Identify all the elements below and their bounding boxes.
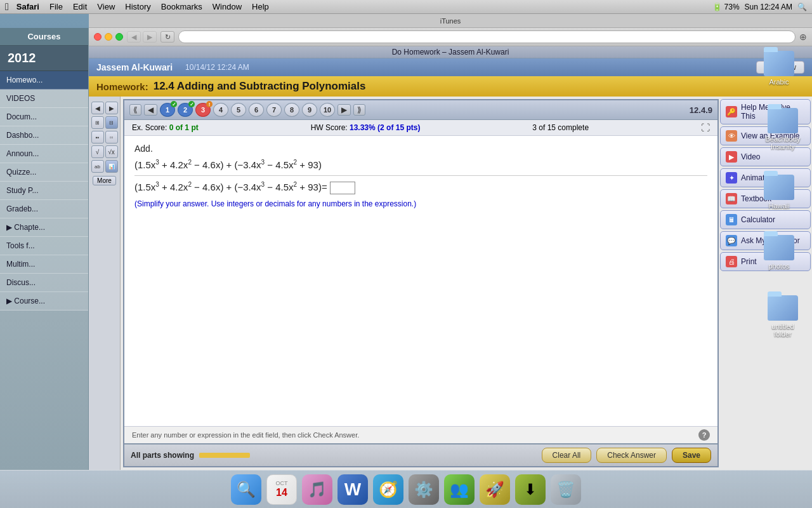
folder-arabic-icon: [764, 51, 794, 76]
toolbar-grid-btn[interactable]: ⊞: [91, 116, 104, 129]
nav-num-7[interactable]: 7: [266, 103, 282, 117]
dock-word[interactable]: W: [337, 474, 368, 505]
dock-itunes[interactable]: 🎵: [302, 474, 332, 505]
toolbar-block-btn[interactable]: ▪▪: [91, 131, 104, 144]
dock-safari[interactable]: 🧭: [373, 474, 403, 505]
toolbar-chart-btn[interactable]: 📊: [105, 160, 118, 173]
nav-last[interactable]: ⟫: [353, 104, 365, 116]
itunes-title: iTunes: [440, 17, 461, 25]
math-expression-2: (1.5x3 + 4.2x2 − 4.6x) + (−3.4x3 − 4.5x2…: [134, 181, 707, 194]
folder-photos[interactable]: photos: [759, 235, 799, 270]
sidebar-item-multimedia[interactable]: Multim...: [0, 255, 88, 274]
dock-utorrent[interactable]: ⬇: [515, 474, 546, 505]
courses-button[interactable]: Courses: [0, 28, 88, 46]
ask-icon: 💬: [726, 235, 737, 246]
nav-first[interactable]: ⟪: [129, 104, 141, 116]
calculator-button[interactable]: 🖩 Calculator: [720, 210, 811, 229]
nav-prev[interactable]: ◀: [144, 104, 157, 116]
video-icon: ▶: [726, 151, 737, 163]
menu-edit[interactable]: Edit: [73, 2, 87, 11]
folder-hawaii-icon: [764, 175, 794, 200]
folder-hawaii[interactable]: Hawaii: [759, 175, 799, 210]
nav-num-2[interactable]: 2 ✓: [178, 103, 193, 117]
save-button[interactable]: Save: [672, 448, 711, 463]
menu-help[interactable]: Help: [252, 2, 269, 11]
sidebar-item-homework[interactable]: Homewo...: [0, 71, 88, 90]
nav-num-1[interactable]: 1 ✓: [160, 103, 175, 117]
dock: 🔍 OCT 14 🎵 W 🧭 ⚙️ 👥 🚀 ⬇ 🗑️: [0, 470, 812, 508]
menu-history[interactable]: History: [125, 2, 150, 11]
sidebar-item-announcements[interactable]: Announ...: [0, 145, 88, 163]
folder-beachbody-label: Beachbody Insanity: [763, 135, 803, 150]
menu-view[interactable]: View: [97, 2, 115, 11]
folder-arabic[interactable]: Arabic: [759, 51, 799, 86]
nav-num-8[interactable]: 8: [284, 103, 299, 117]
menu-window[interactable]: Window: [213, 2, 242, 11]
back-button[interactable]: ◀: [127, 31, 141, 43]
nav-num-5[interactable]: 5: [231, 103, 246, 117]
toolbar-block2-btn[interactable]: ▫▫: [105, 131, 118, 144]
folder-beachbody[interactable]: Beachbody Insanity: [763, 108, 803, 150]
nav-num-10[interactable]: 10: [320, 103, 335, 117]
sidebar-item-tools[interactable]: Tools f...: [0, 237, 88, 255]
battery-status: 🔋 73%: [712, 3, 739, 11]
menu-items: Safari File Edit View History Bookmarks …: [16, 2, 269, 11]
menu-file[interactable]: File: [49, 2, 63, 11]
animation-icon: ✦: [726, 172, 737, 184]
toolbar-sqrt-btn[interactable]: √: [91, 145, 104, 158]
forward-button[interactable]: ▶: [143, 31, 157, 43]
toolbar-left-btn[interactable]: ◀: [91, 102, 104, 114]
dock-trash[interactable]: 🗑️: [551, 474, 581, 505]
dock-friends[interactable]: 👥: [444, 474, 475, 505]
homework-panel: ⟪ ◀ 1 ✓ 2 ✓ 3 ! 4 5 6 7 8 9: [123, 99, 719, 467]
clear-all-button[interactable]: Clear All: [542, 448, 592, 463]
browser-window: ◀ ▶ ↻ ⊕ Do Homework – Jassem Al-Kuwari J…: [89, 28, 812, 470]
menu-bookmarks[interactable]: Bookmarks: [161, 2, 202, 11]
ex-score: Ex. Score: 0 of 1 pt: [132, 123, 199, 132]
expand-icon[interactable]: ⛶: [701, 123, 710, 133]
nav-num-9[interactable]: 9: [302, 103, 317, 117]
dock-launchpad[interactable]: 🚀: [480, 474, 510, 505]
browser-title: Do Homework – Jassem Al-Kuwari: [89, 46, 812, 58]
dock-calendar[interactable]: OCT 14: [266, 474, 297, 505]
toolbar-sqrt2-btn[interactable]: √x: [105, 145, 118, 158]
search-icon[interactable]: 🔍: [797, 3, 807, 11]
sidebar: Courses 2012 Homewo... VIDEOS Docum... D…: [0, 28, 89, 470]
toolbar-grid2-btn[interactable]: ⊟: [105, 116, 118, 129]
bookmark-icon[interactable]: ⊕: [799, 32, 807, 42]
sidebar-item-courses[interactable]: ▶ Course...: [0, 292, 88, 311]
url-bar[interactable]: [178, 30, 796, 43]
calculator-icon: 🖩: [726, 214, 737, 225]
nav-next[interactable]: ▶: [337, 104, 351, 116]
year-display: 2012: [0, 46, 88, 71]
dock-system-preferences[interactable]: ⚙️: [409, 474, 439, 505]
close-button[interactable]: [94, 33, 102, 41]
reload-button[interactable]: ↻: [160, 31, 174, 43]
dock-finder[interactable]: 🔍: [231, 474, 261, 505]
toolbar-text-btn[interactable]: ab: [91, 160, 104, 173]
more-button[interactable]: More: [93, 176, 116, 185]
maximize-button[interactable]: [115, 33, 123, 41]
book-icon: 📖: [726, 193, 737, 204]
answer-input[interactable]: [330, 182, 355, 194]
sidebar-item-discussions[interactable]: Discus...: [0, 274, 88, 292]
sidebar-item-chapter[interactable]: ▶ Chapte...: [0, 218, 88, 237]
check-answer-button[interactable]: Check Answer: [596, 448, 667, 463]
folder-untitled[interactable]: untitled folder: [763, 295, 803, 338]
sidebar-item-documents[interactable]: Docum...: [0, 108, 88, 126]
apple-menu[interactable]: : [5, 1, 9, 13]
help-circle[interactable]: ?: [698, 429, 710, 441]
toolbar-right-btn[interactable]: ▶: [105, 102, 118, 114]
folder-untitled-icon: [768, 295, 798, 321]
sidebar-item-gradebook[interactable]: Gradeb...: [0, 200, 88, 218]
nav-num-6[interactable]: 6: [249, 103, 264, 117]
sidebar-item-videos[interactable]: VIDEOS: [0, 90, 88, 108]
menu-safari[interactable]: Safari: [16, 2, 39, 11]
sidebar-item-quizzes[interactable]: Quizze...: [0, 163, 88, 182]
nav-num-4[interactable]: 4: [213, 103, 228, 117]
sidebar-item-study[interactable]: Study P...: [0, 182, 88, 200]
minimize-button[interactable]: [105, 33, 112, 41]
nav-num-3[interactable]: 3 !: [195, 103, 211, 117]
sidebar-item-dashboard[interactable]: Dashbo...: [0, 126, 88, 145]
status-bar: Enter any number or expression in the ed…: [124, 426, 717, 443]
